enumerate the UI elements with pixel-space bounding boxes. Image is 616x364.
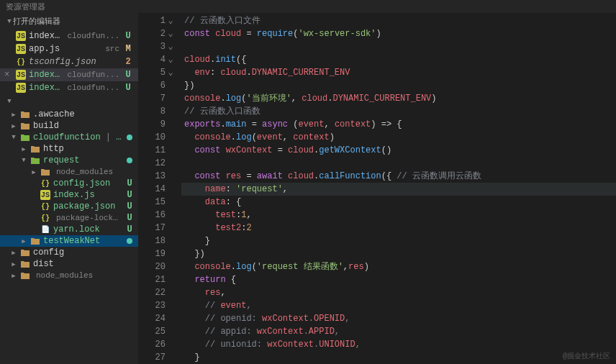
tree-item[interactable]: ▶config xyxy=(0,247,138,258)
tree-item[interactable]: ▶build xyxy=(0,120,138,132)
code-line[interactable]: }) xyxy=(181,79,616,92)
open-editor-item[interactable]: ×JSindex.jscloudfun...U xyxy=(0,81,138,94)
code-line[interactable] xyxy=(181,157,616,170)
line-number: 10 xyxy=(138,131,166,144)
code-line[interactable]: exports.main = async (event, context) =>… xyxy=(181,118,616,131)
code-line[interactable]: test:1, xyxy=(181,209,616,222)
chevron-down-icon: ▼ xyxy=(20,157,27,164)
modified-dot-icon xyxy=(127,238,132,244)
line-number: 5 xyxy=(138,66,166,79)
code-editor[interactable]: 1234567891011121314151617181920212223242… xyxy=(138,13,616,364)
tree-item[interactable]: ▶.awcache xyxy=(0,109,138,120)
code-line[interactable]: env: cloud.DYNAMIC_CURRENT_ENV xyxy=(181,66,616,79)
tree-item[interactable]: {}config.jsonU xyxy=(0,178,138,189)
fold-marker[interactable]: ⌄ xyxy=(166,66,176,79)
line-number: 11 xyxy=(138,144,166,157)
code-line[interactable]: console.log(event, context) xyxy=(181,131,616,144)
code-line[interactable]: test2:2 xyxy=(181,222,616,235)
chevron-down-icon: ▼ xyxy=(6,18,13,25)
code-line[interactable]: data: { xyxy=(181,196,616,209)
code-line[interactable]: name: 'request', xyxy=(181,183,616,196)
folder-icon xyxy=(30,236,40,246)
tree-item[interactable]: {}package.jsonU xyxy=(0,201,138,212)
status-badge: U xyxy=(124,190,135,200)
fold-marker[interactable]: ⌄ xyxy=(166,53,176,66)
tree-item[interactable]: ▶node_modules xyxy=(0,166,138,178)
line-number: 15 xyxy=(138,196,166,209)
code-line[interactable]: const cloud = require('wx-server-sdk') xyxy=(181,27,616,40)
chevron-right-icon: ▶ xyxy=(30,168,37,176)
file-name: index.js xyxy=(29,70,61,80)
json-file-icon: {} xyxy=(40,213,50,223)
folder-icon xyxy=(20,247,30,258)
code-line[interactable]: // 云函数入口文件 xyxy=(181,14,616,27)
folder-open-icon xyxy=(30,155,40,165)
code-line[interactable]: // unionid: wxContext.UNIONID, xyxy=(181,338,616,351)
tree-item[interactable]: JSindex.jsU xyxy=(0,189,138,201)
js-file-icon: JS xyxy=(16,83,26,93)
code-line[interactable]: const res = await cloud.callFunction({ /… xyxy=(181,170,616,183)
open-editor-item[interactable]: ×{}tsconfig.json2 xyxy=(0,55,138,68)
folder-icon xyxy=(30,144,40,154)
chevron-right-icon: ▶ xyxy=(10,122,17,130)
code-line[interactable]: res, xyxy=(181,286,616,299)
chevron-right-icon: ▶ xyxy=(10,272,17,280)
code-line[interactable]: cloud.init({ xyxy=(181,53,616,66)
folder-icon xyxy=(40,167,50,177)
tree-label: package.json xyxy=(53,201,121,211)
code-line[interactable]: // 云函数入口函数 xyxy=(181,105,616,118)
ts-file-icon: {} xyxy=(16,57,26,67)
code-line[interactable]: } xyxy=(181,351,616,364)
status-badge: 2 xyxy=(122,57,134,67)
code-line[interactable] xyxy=(181,40,616,53)
code-line[interactable]: // openid: wxContext.OPENID, xyxy=(181,312,616,325)
tree-item[interactable]: {}package-lock.jsonU xyxy=(0,212,138,224)
folder-icon xyxy=(20,121,30,131)
tree-item[interactable]: ▶testWeakNet xyxy=(0,235,138,247)
file-name: index.js xyxy=(29,31,61,41)
code-line[interactable]: }) xyxy=(181,247,616,260)
status-badge: U xyxy=(124,178,135,188)
open-editor-item[interactable]: ×JSindex.jscloudfun...U xyxy=(0,29,138,42)
modified-dot-icon xyxy=(127,158,132,163)
line-number: 2 xyxy=(138,27,166,40)
tree-item[interactable]: 📄yarn.lockU xyxy=(0,224,138,235)
file-name: app.js xyxy=(29,44,99,54)
line-number: 20 xyxy=(138,260,166,273)
file-path: cloudfun... xyxy=(67,83,119,92)
line-number: 25 xyxy=(138,325,166,338)
fold-marker[interactable]: ⌄ xyxy=(166,14,176,27)
tree-item[interactable]: ▶dist xyxy=(0,258,138,270)
code-line[interactable]: // appid: wxContext.APPID, xyxy=(181,325,616,338)
open-editors-header[interactable]: ▼ 打开的编辑器 xyxy=(0,13,138,29)
file-name: tsconfig.json xyxy=(29,57,119,67)
fold-marker[interactable]: ⌄ xyxy=(166,27,176,40)
fold-marker[interactable]: ⌄ xyxy=(166,40,176,53)
line-number: 27 xyxy=(138,351,166,364)
code-line[interactable]: console.log('request 结果函数',res) xyxy=(181,260,616,273)
tree-item[interactable]: ▶node_modules xyxy=(0,270,138,281)
line-number: 6 xyxy=(138,79,166,92)
tree-label: config xyxy=(33,247,135,258)
code-area[interactable]: // 云函数入口文件const cloud = require('wx-serv… xyxy=(181,13,616,364)
tree-label: dist xyxy=(33,259,135,269)
code-line[interactable]: return { xyxy=(181,273,616,286)
tree-label: build xyxy=(33,121,135,131)
tree-item[interactable]: ▼request xyxy=(0,155,138,166)
json-file-icon: {} xyxy=(40,178,50,188)
open-editor-item[interactable]: ×JSapp.jssrcM xyxy=(0,42,138,55)
line-number: 19 xyxy=(138,247,166,260)
line-number: 16 xyxy=(138,209,166,222)
open-editor-item[interactable]: ×JSindex.jscloudfun...U xyxy=(0,68,138,81)
workspace-header[interactable]: ▼ xyxy=(0,94,138,109)
code-line[interactable]: console.log('当前环境', cloud.DYNAMIC_CURREN… xyxy=(181,92,616,105)
line-number: 3 xyxy=(138,40,166,53)
code-line[interactable]: const wxContext = cloud.getWXContext() xyxy=(181,144,616,157)
code-line[interactable]: } xyxy=(181,235,616,247)
tree-item[interactable]: ▼cloudfunction | ... xyxy=(0,132,138,143)
code-line[interactable]: // event, xyxy=(181,299,616,312)
tree-label: testWeakNet xyxy=(43,236,124,246)
tree-item[interactable]: ▶http xyxy=(0,143,138,155)
explorer-title: 资源管理器 xyxy=(0,0,616,13)
close-icon[interactable]: × xyxy=(4,70,13,80)
